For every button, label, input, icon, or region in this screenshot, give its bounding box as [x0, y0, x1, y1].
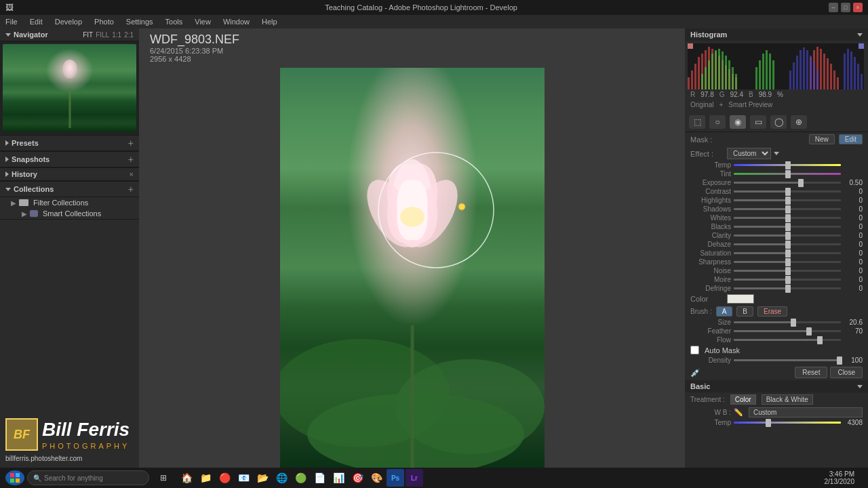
color-swatch[interactable]	[727, 294, 754, 304]
mask-new-button[interactable]: New	[809, 134, 835, 144]
navigator-header[interactable]: Navigator FIT FILL 1:1 2:1	[0, 28, 139, 41]
mask-edit-button[interactable]: Edit	[839, 134, 863, 144]
effect-row: Effect : Custom	[685, 146, 868, 161]
exposure-slider[interactable]	[734, 182, 841, 184]
wb-value[interactable]: Custom	[749, 407, 863, 418]
brush-b-button[interactable]: B	[736, 306, 753, 317]
flow-slider[interactable]	[734, 339, 841, 341]
taskbar-icon-6[interactable]: 🌐	[273, 469, 290, 487]
maximize-button[interactable]: □	[841, 3, 850, 12]
noise-slider[interactable]	[734, 270, 841, 272]
contrast-slider[interactable]	[734, 190, 841, 192]
taskbar-icon-1[interactable]: 🏠	[178, 469, 195, 487]
redeye-tool[interactable]: ◉	[730, 115, 746, 129]
menu-tools[interactable]: Tools	[163, 18, 186, 26]
svg-rect-37	[837, 77, 839, 89]
spot-remove-tool[interactable]: ○	[709, 115, 726, 129]
close-button[interactable]: ×	[853, 3, 863, 12]
clarity-slider[interactable]	[734, 235, 841, 237]
basic-temp-slider-row: Temp 4308	[685, 418, 868, 427]
menu-help[interactable]: Help	[259, 18, 280, 26]
adjustment-brush[interactable]: ⊕	[791, 115, 807, 129]
eyedropper-icon[interactable]: 💉	[690, 368, 701, 378]
exposure-value: 0.50	[844, 179, 863, 186]
sharpness-label: Sharpness	[690, 258, 731, 266]
presets-add-icon[interactable]: +	[128, 138, 134, 148]
taskbar-icon-5[interactable]: 📂	[254, 469, 271, 487]
start-button[interactable]	[5, 470, 24, 485]
taskbar-icon-11[interactable]: 🎨	[368, 469, 385, 487]
svg-rect-43	[718, 49, 720, 89]
feather-slider[interactable]	[734, 330, 841, 332]
sharpness-slider[interactable]	[734, 261, 841, 263]
history-close-icon[interactable]: ×	[130, 170, 134, 178]
snapshots-add-icon[interactable]: +	[128, 154, 134, 165]
collections-header[interactable]: Collections +	[0, 182, 139, 197]
taskbar-icon-9[interactable]: 📊	[330, 469, 347, 487]
taskbar-icon-3[interactable]: 🔴	[216, 469, 233, 487]
color-treatment-button[interactable]: Color	[730, 394, 756, 405]
defringe-slider[interactable]	[734, 287, 841, 289]
taskbar-icon-7[interactable]: 🟢	[292, 469, 309, 487]
effect-dropdown[interactable]: Custom	[727, 148, 771, 159]
reset-button[interactable]: Reset	[795, 367, 827, 378]
menu-settings[interactable]: Settings	[123, 18, 156, 26]
svg-rect-72	[10, 473, 14, 477]
menu-develop[interactable]: Develop	[52, 18, 85, 26]
crop-tool[interactable]: ⬚	[689, 115, 705, 129]
task-view-icon[interactable]: ⊞	[155, 469, 172, 487]
zoom-fit[interactable]: FIT	[83, 31, 93, 39]
saturation-value: 0	[844, 249, 863, 257]
taskbar-icon-2[interactable]: 📁	[197, 469, 214, 487]
highlights-slider[interactable]	[734, 199, 841, 201]
taskbar-icon-ps[interactable]: Ps	[387, 469, 404, 487]
taskbar-icon-lr[interactable]: Lr	[406, 469, 423, 487]
auto-mask-checkbox[interactable]	[690, 346, 699, 354]
taskbar-icon-8[interactable]: 📄	[311, 469, 328, 487]
menu-edit[interactable]: Edit	[27, 18, 45, 26]
whites-slider-row: Whites 0	[685, 214, 868, 222]
radial-filter[interactable]: ◯	[770, 115, 787, 129]
filter-collections-item[interactable]: ▶ Filter Collections	[0, 197, 139, 208]
eyedropper-wb-icon[interactable]: ✏️	[734, 408, 743, 417]
blacks-slider[interactable]	[734, 226, 841, 228]
zoom-1-1[interactable]: 1:1	[112, 31, 121, 39]
menu-photo[interactable]: Photo	[92, 18, 117, 26]
smart-collections-item[interactable]: ▶ Smart Collections	[0, 208, 139, 219]
brush-erase-button[interactable]: Erase	[757, 306, 787, 317]
graduated-filter[interactable]: ▭	[750, 115, 766, 129]
zoom-2-1[interactable]: 2:1	[124, 31, 134, 39]
minimize-button[interactable]: –	[829, 3, 838, 12]
presets-header[interactable]: Presets +	[0, 136, 139, 151]
taskbar-icon-4[interactable]: 📧	[235, 469, 252, 487]
brush-a-button[interactable]: A	[716, 306, 733, 317]
menu-window[interactable]: Window	[220, 18, 252, 26]
density-slider[interactable]	[734, 359, 841, 361]
snapshots-header[interactable]: Snapshots +	[0, 152, 139, 167]
dehaze-value: 0	[844, 241, 863, 248]
temp-slider[interactable]	[734, 164, 841, 166]
moire-slider[interactable]	[734, 279, 841, 281]
collections-add-icon[interactable]: +	[128, 184, 134, 195]
shadows-slider[interactable]	[734, 208, 841, 210]
tint-slider[interactable]	[734, 173, 841, 175]
history-header[interactable]: History ×	[0, 168, 139, 181]
window-title: Teaching Catalog - Adobe Photoshop Light…	[14, 3, 829, 12]
basic-temp-slider[interactable]	[734, 422, 841, 424]
zoom-fill[interactable]: FILL	[96, 31, 109, 39]
menu-view[interactable]: View	[192, 18, 214, 26]
svg-rect-75	[16, 479, 20, 483]
saturation-slider[interactable]	[734, 252, 841, 254]
histogram-svg	[688, 43, 864, 89]
histogram-header[interactable]: Histogram	[685, 28, 868, 41]
bw-treatment-button[interactable]: Black & White	[762, 394, 813, 405]
menu-file[interactable]: File	[3, 18, 20, 26]
taskbar-icon-10[interactable]: 🎯	[349, 469, 366, 487]
svg-rect-14	[688, 77, 690, 89]
right-panel: Histogram	[685, 28, 868, 468]
dehaze-slider[interactable]	[734, 243, 841, 245]
size-slider[interactable]	[734, 321, 841, 323]
close-button-panel[interactable]: Close	[830, 367, 863, 378]
taskbar-search[interactable]: 🔍 Search for anything	[27, 470, 149, 485]
whites-slider[interactable]	[734, 217, 841, 219]
